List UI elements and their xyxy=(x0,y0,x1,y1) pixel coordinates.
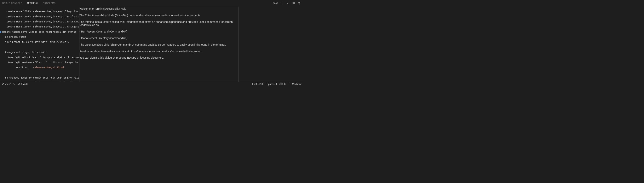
help-text: The Enter Accessibility Mode (Shift+Tab)… xyxy=(80,14,238,17)
terminal-line: Your branch is up to date with 'origin/v… xyxy=(2,41,79,43)
terminal-line: Changes not staged for commit: xyxy=(2,51,79,54)
branch-icon xyxy=(2,82,4,86)
terminal-line: create mode 100644 release-notes/images/… xyxy=(2,10,79,13)
terminal-header-actions: bash xyxy=(272,1,301,5)
problems-status[interactable]: 0 0 xyxy=(18,82,28,86)
terminal-line xyxy=(2,46,79,49)
accessibility-help-dialog: Welcome to Terminal Accessibility Help T… xyxy=(79,7,239,82)
help-title: Welcome to Terminal Accessibility Help xyxy=(80,7,238,11)
terminal-line: create mode 100644 release-notes/images/… xyxy=(2,21,79,23)
status-bar-left: vnext* 0 0 xyxy=(2,82,28,86)
tab-terminal[interactable]: TERMINAL xyxy=(26,1,39,6)
shell-name: bash xyxy=(273,2,278,5)
sync-status[interactable] xyxy=(13,82,16,86)
warning-count: 0 xyxy=(26,83,28,86)
eol-status[interactable]: LF xyxy=(288,83,290,86)
svg-point-2 xyxy=(2,84,2,85)
terminal-line: create mode 100644 release-notes/images/… xyxy=(2,26,79,28)
encoding-status[interactable]: UTF-8 xyxy=(279,83,286,86)
error-count: 0 xyxy=(21,83,22,86)
terminal-prompt: Megans-MacBook-Pro:vscode-docs meganrogg… xyxy=(0,31,79,33)
help-text: The terminal has a feature called shell … xyxy=(80,20,238,27)
help-list-item: - Run Recent Command (Command+R) xyxy=(80,30,238,33)
tab-debug-console[interactable]: DEBUG CONSOLE xyxy=(2,1,22,6)
status-bar: vnext* 0 0 Ln 35, Col 1 Spaces: 4 UTF-8 … xyxy=(0,82,303,86)
command-success-icon xyxy=(0,31,1,33)
language-mode[interactable]: Markdow xyxy=(292,83,302,86)
terminal-line: create mode 100644 release-notes/images/… xyxy=(2,16,79,18)
branch-status[interactable]: vnext* xyxy=(2,82,11,86)
terminal-prompt: Megans-MacBook-Pro:vscode-docs meganrogg… xyxy=(0,82,79,82)
terminal-line: modified: release-notes/v1_75.md xyxy=(2,66,79,69)
indentation-status[interactable]: Spaces: 4 xyxy=(267,83,277,86)
warning-icon xyxy=(23,82,26,86)
status-bar-right: Ln 35, Col 1 Spaces: 4 UTF-8 LF Markdow xyxy=(252,83,302,86)
terminal-line: On branch vnext xyxy=(2,36,79,38)
svg-point-1 xyxy=(2,83,2,83)
help-text: The Open Detected Link (Shift+Command+O)… xyxy=(80,43,238,46)
help-list-item: - Go to Recent Directory (Command+G) xyxy=(80,37,238,40)
help-text: You can dismiss this dialog by pressing … xyxy=(80,56,238,59)
terminal-body: create mode 100644 release-notes/images/… xyxy=(0,6,303,82)
new-terminal-button[interactable] xyxy=(280,1,284,5)
help-text: Read more about terminal accessibility a… xyxy=(80,50,238,53)
terminal-output[interactable]: create mode 100644 release-notes/images/… xyxy=(0,6,79,82)
terminal-line: (use "git add <file>..." to update what … xyxy=(2,56,79,59)
kill-terminal-button[interactable] xyxy=(297,1,301,5)
terminal-shell-dropdown[interactable]: bash xyxy=(272,2,278,5)
terminal-line: no changes added to commit (use "git add… xyxy=(2,77,79,79)
cursor-position[interactable]: Ln 35, Col 1 xyxy=(252,83,265,86)
terminal-dropdown-icon[interactable] xyxy=(286,1,290,5)
error-icon xyxy=(18,82,20,86)
sync-icon xyxy=(13,82,16,86)
branch-name: vnext* xyxy=(5,83,11,86)
panel-tabs: DEBUG CONSOLE TERMINAL PROBLEMS xyxy=(2,1,56,6)
svg-point-3 xyxy=(3,83,4,84)
tab-problems[interactable]: PROBLEMS xyxy=(42,1,56,6)
split-terminal-button[interactable] xyxy=(292,1,295,5)
panel-header: DEBUG CONSOLE TERMINAL PROBLEMS bash xyxy=(0,0,303,6)
terminal-line xyxy=(2,72,79,74)
terminal-line: (use "git restore <file>..." to discard … xyxy=(2,61,79,64)
